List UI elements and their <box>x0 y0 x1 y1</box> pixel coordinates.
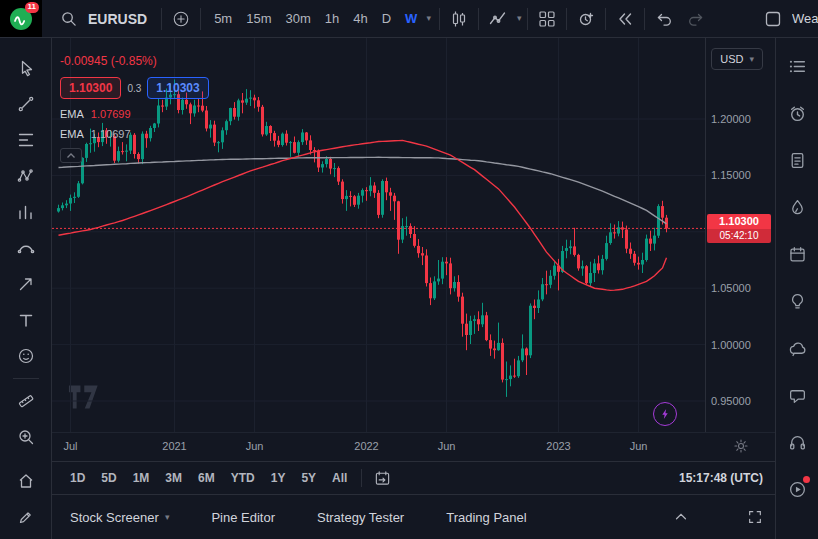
tab-stock-screener[interactable]: Stock Screener ▾ <box>70 510 169 525</box>
zoom-tool-button[interactable] <box>8 419 44 455</box>
price-tick-label: 1.15000 <box>711 168 751 182</box>
arrow-marker-tool-button[interactable] <box>8 266 44 302</box>
headset-icon <box>788 433 807 452</box>
pattern-tool-button[interactable] <box>8 158 44 194</box>
timeframe-1h[interactable]: 1h <box>320 8 344 29</box>
indicators-icon <box>489 10 507 28</box>
private-chat-button[interactable] <box>777 372 817 419</box>
timeframe-5m[interactable]: 5m <box>209 8 237 29</box>
redo-button[interactable] <box>683 6 709 32</box>
curve-tool-button[interactable] <box>8 230 44 266</box>
timeframe-d[interactable]: D <box>377 8 396 29</box>
currency-label: USD <box>720 53 743 65</box>
chat-rooms-button[interactable] <box>777 325 817 372</box>
indicator-legend-row[interactable]: EMA 1.07699 <box>60 108 209 120</box>
range-5y[interactable]: 5Y <box>295 468 322 488</box>
timeframe-15m[interactable]: 15m <box>241 8 276 29</box>
calendar-icon <box>788 245 807 264</box>
journal-button[interactable] <box>777 137 817 184</box>
time-axis[interactable]: Jul2021Jun2022Jun2023Jun <box>52 432 775 461</box>
toolbar-separator <box>161 8 162 30</box>
goto-date-button[interactable] <box>370 466 395 491</box>
app-logo[interactable]: 11 <box>0 0 42 37</box>
home-button[interactable] <box>8 463 44 499</box>
range-ytd[interactable]: YTD <box>225 468 261 488</box>
notification-badge: 11 <box>25 2 39 13</box>
measure-tool-button[interactable] <box>8 383 44 419</box>
layout-grid-button[interactable] <box>534 6 560 32</box>
currency-dropdown[interactable]: USD ▾ <box>711 48 763 70</box>
range-6m[interactable]: 6M <box>192 468 221 488</box>
cursor-icon <box>17 59 35 77</box>
tab-trading-panel[interactable]: Trading Panel <box>446 510 526 525</box>
compare-add-button[interactable] <box>168 6 194 32</box>
toolbar-separator <box>605 8 606 30</box>
undo-button[interactable] <box>651 6 677 32</box>
home-icon <box>17 472 35 490</box>
symbol-search[interactable]: EURUSD <box>48 6 155 31</box>
cursor-tool-button[interactable] <box>8 50 44 86</box>
chevron-up-icon <box>673 509 689 525</box>
current-price-label: 1.10300 05:42:10 <box>707 214 771 243</box>
streams-notification-dot <box>803 476 810 483</box>
clock-label[interactable]: 15:17:48 (UTC) <box>679 471 763 485</box>
toolbar-separator <box>439 8 440 30</box>
indicators-chevron-icon[interactable]: ▾ <box>517 14 522 23</box>
indicators-button[interactable] <box>485 6 511 32</box>
panel-expand-button[interactable] <box>669 505 693 529</box>
tab-label: Pine Editor <box>211 510 275 525</box>
streams-button[interactable] <box>777 466 817 513</box>
timeframe-4h[interactable]: 4h <box>348 8 372 29</box>
indicator-value: 1.10697 <box>91 128 131 140</box>
forecast-tool-button[interactable] <box>8 194 44 230</box>
watchlist-button[interactable] <box>777 43 817 90</box>
smiley-icon <box>17 347 35 365</box>
hotlists-button[interactable] <box>777 184 817 231</box>
bar-replay-button[interactable] <box>612 6 638 32</box>
range-3m[interactable]: 3M <box>159 468 188 488</box>
chart-settings-button[interactable] <box>733 438 749 454</box>
alerts-button[interactable] <box>777 90 817 137</box>
timeframe-w[interactable]: W <box>400 8 422 29</box>
save-layout-button[interactable] <box>760 6 786 32</box>
timeframe-menu-chevron-icon[interactable]: ▾ <box>426 14 431 23</box>
price-change: -0.00945 (-0.85%) <box>60 54 209 68</box>
indicator-legend-row[interactable]: EMA 1.10697 <box>60 128 209 140</box>
price-tick-label: 0.95000 <box>711 394 751 408</box>
fib-tool-button[interactable] <box>8 122 44 158</box>
play-circle-icon <box>788 480 807 499</box>
tab-pine-editor[interactable]: Pine Editor <box>211 510 275 525</box>
buy-button[interactable]: 1.10303 <box>147 77 208 99</box>
support-button[interactable] <box>777 419 817 466</box>
range-all[interactable]: All <box>326 468 353 488</box>
sell-button[interactable]: 1.10300 <box>60 77 121 99</box>
range-1y[interactable]: 1Y <box>265 468 292 488</box>
chevron-up-icon <box>66 152 76 160</box>
goto-date-icon <box>374 470 391 487</box>
ideas-button[interactable] <box>777 278 817 325</box>
calendar-button[interactable] <box>777 231 817 278</box>
lightning-button[interactable] <box>653 402 677 426</box>
timeframe-30m[interactable]: 30m <box>280 8 315 29</box>
range-5d[interactable]: 5D <box>95 468 122 488</box>
redo-icon <box>687 10 705 28</box>
text-tool-button[interactable] <box>8 302 44 338</box>
range-1m[interactable]: 1M <box>127 468 156 488</box>
emoji-tool-button[interactable] <box>8 338 44 374</box>
create-alert-button[interactable] <box>573 6 599 32</box>
time-axis-label: Jul <box>63 440 77 452</box>
chart-pane[interactable]: 1.200001.150001.100001.050001.000000.950… <box>52 38 775 432</box>
range-1d[interactable]: 1D <box>64 468 91 488</box>
legend-collapse-button[interactable] <box>60 148 82 163</box>
time-axis-label: 2023 <box>546 440 570 452</box>
zoom-in-icon <box>17 428 35 446</box>
price-tick-label: 1.20000 <box>711 112 751 126</box>
trend-line-tool-button[interactable] <box>8 86 44 122</box>
account-label[interactable]: Wea <box>792 11 818 26</box>
edit-drawing-button[interactable] <box>8 499 44 535</box>
toolbar-separator <box>200 8 201 30</box>
chart-style-button[interactable] <box>446 6 472 32</box>
tab-strategy-tester[interactable]: Strategy Tester <box>317 510 404 525</box>
panel-maximize-button[interactable] <box>743 505 767 529</box>
toolbar-separator <box>644 8 645 30</box>
